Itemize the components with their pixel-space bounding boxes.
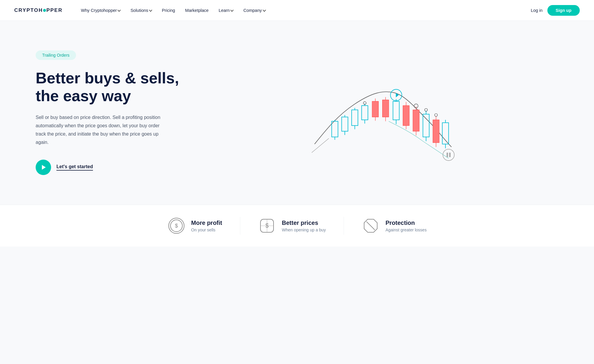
chevron-down-icon [149, 8, 152, 12]
logo-text-before: CRYPTOH [14, 7, 43, 13]
nav-why-cryptohopper[interactable]: Why Cryptohopper [77, 6, 124, 15]
feature-more-profit: $ More profit On your sells [150, 217, 240, 235]
svg-line-52 [366, 222, 375, 230]
candlestick-chart [309, 62, 451, 163]
svg-rect-19 [393, 101, 399, 120]
logo-dot [43, 9, 46, 12]
cta-arrow-button[interactable] [36, 160, 51, 175]
logo-text-after: PPER [46, 7, 62, 13]
cta-row: Let's get started [36, 160, 190, 175]
nav-auth: Log in Sign up [531, 5, 580, 16]
cta-label[interactable]: Let's get started [56, 164, 93, 171]
nav-learn[interactable]: Learn [214, 6, 237, 15]
chevron-down-icon [230, 8, 234, 12]
chevron-down-icon [263, 8, 266, 12]
hero-title: Better buys & sells, the easy way [36, 69, 190, 105]
feature-better-prices: $ Better prices When opening up a buy [240, 217, 344, 235]
feature-more-profit-title: More profit [191, 220, 222, 226]
logo[interactable]: CRYPTOH PPER [14, 7, 62, 13]
svg-rect-1 [332, 121, 338, 137]
svg-rect-44 [449, 152, 451, 157]
nav-marketplace[interactable]: Marketplace [181, 6, 213, 15]
arrow-right-icon [42, 165, 46, 170]
feature-more-profit-subtitle: On your sells [191, 228, 222, 232]
hero-section: Trailing Orders Better buys & sells, the… [0, 21, 594, 205]
nav-links: Why Cryptohopper Solutions Pricing Marke… [77, 6, 531, 15]
svg-point-40 [435, 114, 437, 117]
svg-text:$: $ [175, 223, 178, 229]
svg-rect-10 [362, 106, 368, 120]
dollar-box-icon: $ [258, 217, 276, 235]
svg-rect-31 [433, 120, 439, 143]
svg-rect-7 [352, 110, 358, 125]
feature-protection-title: Protection [386, 220, 427, 226]
svg-rect-43 [447, 152, 448, 157]
signup-button[interactable]: Sign up [547, 5, 580, 16]
login-button[interactable]: Log in [531, 8, 543, 13]
chevron-down-icon [118, 8, 121, 12]
hero-content: Trailing Orders Better buys & sells, the… [36, 50, 190, 175]
hero-badge: Trailing Orders [36, 50, 76, 60]
nav-solutions[interactable]: Solutions [126, 6, 156, 15]
feature-better-prices-title: Better prices [282, 220, 326, 226]
svg-point-42 [443, 149, 454, 160]
nav-company[interactable]: Company [239, 6, 269, 15]
feature-protection-subtitle: Against greater losses [386, 228, 427, 232]
hero-chart [190, 39, 570, 187]
svg-rect-22 [403, 106, 409, 125]
features-strip: $ More profit On your sells $ Bette [0, 205, 594, 247]
feature-protection: Protection Against greater losses [344, 217, 445, 235]
svg-rect-4 [342, 117, 348, 131]
svg-rect-25 [413, 110, 419, 131]
svg-rect-28 [423, 114, 429, 137]
svg-line-0 [312, 138, 329, 152]
svg-rect-13 [372, 101, 378, 117]
dollar-cycle-icon: $ [168, 217, 185, 235]
nav-pricing[interactable]: Pricing [158, 6, 179, 15]
svg-rect-34 [442, 123, 448, 144]
navbar: CRYPTOH PPER Why Cryptohopper Solutions … [0, 0, 594, 21]
shield-slash-icon [362, 217, 380, 235]
hero-description: Sell or buy based on price direction. Se… [36, 113, 166, 147]
svg-rect-16 [383, 100, 389, 117]
feature-better-prices-subtitle: When opening up a buy [282, 228, 326, 232]
